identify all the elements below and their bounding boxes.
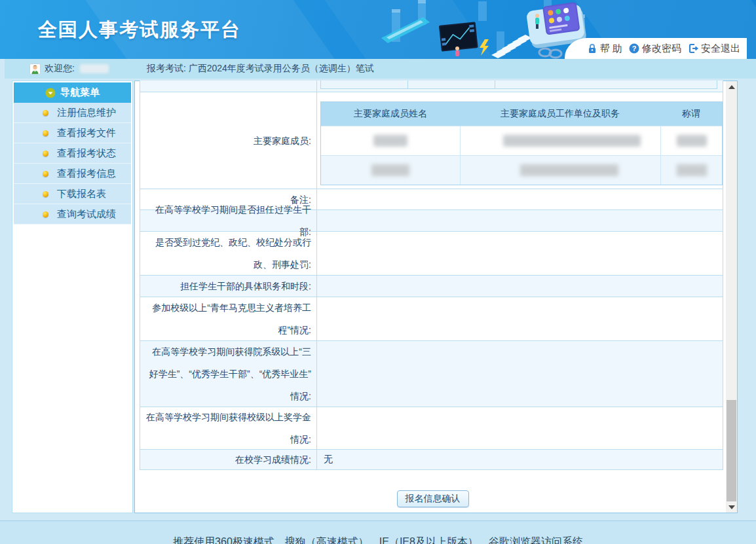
bullet-icon xyxy=(43,171,48,177)
utility-bar: 帮 助 ? 修改密码 安全退出 xyxy=(565,38,747,59)
sidebar-item-registration-info[interactable]: 注册信息维护 xyxy=(14,103,131,123)
logout-link[interactable]: 安全退出 xyxy=(688,43,740,55)
row-label: 在高等学校学习期间获得院系级以上“三好学生”、“优秀学生干部”、“优秀毕业生”情… xyxy=(140,341,317,407)
table-row-marxist-program: 参加校级以上“青年马克思主义者培养工程”情况: xyxy=(140,297,723,340)
sidebar-item-label: 查看报考信息 xyxy=(57,168,116,180)
sidebar-item-view-application-info[interactable]: 查看报考信息 xyxy=(14,164,131,184)
exam-info: 报考考试: 广西2024年度考试录用公务员（选调生）笔试 xyxy=(147,63,374,75)
nav-items: 注册信息维护 查看报考文件 查看报考状态 查看报考信息 下载报名表 查询考试成绩 xyxy=(14,103,131,225)
change-password-label: 修改密码 xyxy=(642,43,681,55)
table-row-family-members: 主要家庭成员: 主要家庭成员姓名 主要家庭成员工作单位及职务 称谓 xyxy=(140,92,723,189)
sidebar-item-label: 查看报考文件 xyxy=(57,127,116,139)
table-row-academic-record: 在校学习成绩情况: 无 xyxy=(140,449,723,469)
sidebar-item-label: 下载报名表 xyxy=(57,188,106,200)
redacted-cell xyxy=(677,135,707,147)
table-row-clipped xyxy=(140,81,723,92)
table-row-discipline-punishment: 是否受到过党纪、政纪、校纪处分或行政、刑事处罚: xyxy=(140,231,723,275)
redacted-cell xyxy=(371,164,409,176)
help-label: 帮 助 xyxy=(600,43,622,55)
exit-icon xyxy=(688,43,698,54)
svg-text:?: ? xyxy=(632,45,637,52)
row-label: 是否受到过党纪、政纪、校纪处分或行政、刑事处罚: xyxy=(140,232,317,275)
footer-browser-recommendation: 推荐使用360极速模式、搜狗（高速模式）、IE（IE8及以上版本）、谷歌浏览器访… xyxy=(0,535,756,544)
scroll-up-button[interactable] xyxy=(726,81,737,92)
bullet-icon xyxy=(43,151,48,156)
footer: 推荐使用360极速模式、搜狗（高速模式）、IE（IE8及以上版本）、谷歌浏览器访… xyxy=(0,520,756,544)
sidebar-item-view-application-status[interactable]: 查看报考状态 xyxy=(14,143,131,164)
table-row-cadre-position-period: 担任学生干部的具体职务和时段: xyxy=(140,275,723,297)
row-label: 担任学生干部的具体职务和时段: xyxy=(140,276,317,297)
confirm-registration-button[interactable]: 报名信息确认 xyxy=(397,490,469,507)
row-label: 在校学习成绩情况: xyxy=(140,450,317,469)
redacted-cell xyxy=(677,164,707,176)
app-title: 全国人事考试服务平台 xyxy=(38,17,241,43)
logout-label: 安全退出 xyxy=(701,43,740,55)
sidebar-item-download-form[interactable]: 下载报名表 xyxy=(14,184,131,204)
family-header-relation: 称谓 xyxy=(660,102,722,126)
vertical-scrollbar[interactable] xyxy=(726,81,737,513)
scrollbar-thumb[interactable] xyxy=(727,400,736,503)
sidebar-item-label: 查看报考状态 xyxy=(57,147,116,160)
redacted-username xyxy=(80,64,109,73)
redacted-cell xyxy=(373,135,407,147)
row-label: 在高等学校学习期间获得校级以上奖学金情况: xyxy=(140,407,317,449)
scroll-down-button[interactable] xyxy=(726,501,737,513)
welcome-bar: 欢迎您: 报考考试: 广西2024年度考试录用公务员（选调生）笔试 xyxy=(5,59,756,79)
sidebar-item-label: 注册信息维护 xyxy=(57,107,116,119)
row-value: 无 xyxy=(317,454,333,465)
arrow-up-icon xyxy=(728,85,735,89)
clipped-nested-table xyxy=(320,81,717,89)
family-header-name: 主要家庭成员姓名 xyxy=(321,102,460,126)
family-header-workunit: 主要家庭成员工作单位及职务 xyxy=(460,102,660,126)
family-table-header: 主要家庭成员姓名 主要家庭成员工作单位及职务 称谓 xyxy=(321,102,722,126)
main-content-panel: 主要家庭成员: 主要家庭成员姓名 主要家庭成员工作单位及职务 称谓 xyxy=(134,81,738,513)
table-row-scholarship: 在高等学校学习期间获得校级以上奖学金情况: xyxy=(140,407,723,449)
page: 全国人事考试服务平台 帮 助 ? 修改密码 xyxy=(0,0,756,544)
arrow-down-icon xyxy=(728,505,735,509)
nav-menu-header[interactable]: 导航菜单 xyxy=(14,82,131,103)
family-table-row xyxy=(321,155,722,185)
row-label xyxy=(140,81,317,92)
lock-icon xyxy=(587,43,597,54)
bullet-icon xyxy=(43,110,48,116)
bullet-icon xyxy=(43,211,48,217)
sidebar: 导航菜单 注册信息维护 查看报考文件 查看报考状态 查看报考信息 下载报名表 xyxy=(12,81,133,513)
redacted-cell xyxy=(520,164,618,176)
table-row-honors: 在高等学校学习期间获得院系级以上“三好学生”、“优秀学生干部”、“优秀毕业生”情… xyxy=(140,340,723,407)
header-bar: 全国人事考试服务平台 帮 助 ? 修改密码 xyxy=(0,0,756,59)
family-members-table: 主要家庭成员姓名 主要家庭成员工作单位及职务 称谓 xyxy=(320,101,723,185)
bullet-icon xyxy=(43,191,48,197)
question-icon: ? xyxy=(629,43,639,54)
sidebar-item-label: 查询考试成绩 xyxy=(57,208,116,221)
nav-menu-title: 导航菜单 xyxy=(60,86,100,99)
table-row-student-cadre: 在高等学校学习期间是否担任过学生干部: xyxy=(140,209,723,231)
row-label: 参加校级以上“青年马克思主义者培养工程”情况: xyxy=(140,297,317,340)
application-form-table: 主要家庭成员: 主要家庭成员姓名 主要家庭成员工作单位及职务 称谓 xyxy=(140,81,723,470)
family-table-row xyxy=(321,126,722,155)
row-label: 在高等学校学习期间是否担任过学生干部: xyxy=(140,210,317,231)
chevron-down-icon xyxy=(45,88,56,98)
redacted-cell xyxy=(503,135,641,147)
sidebar-item-query-scores[interactable]: 查询考试成绩 xyxy=(14,204,131,225)
change-password-link[interactable]: ? 修改密码 xyxy=(629,43,681,55)
sidebar-item-view-exam-files[interactable]: 查看报考文件 xyxy=(14,123,131,143)
welcome-greeting: 欢迎您: xyxy=(45,63,75,75)
user-icon xyxy=(29,63,41,75)
help-link[interactable]: 帮 助 xyxy=(587,43,622,55)
row-label: 主要家庭成员: xyxy=(140,92,317,189)
bullet-icon xyxy=(43,130,48,136)
